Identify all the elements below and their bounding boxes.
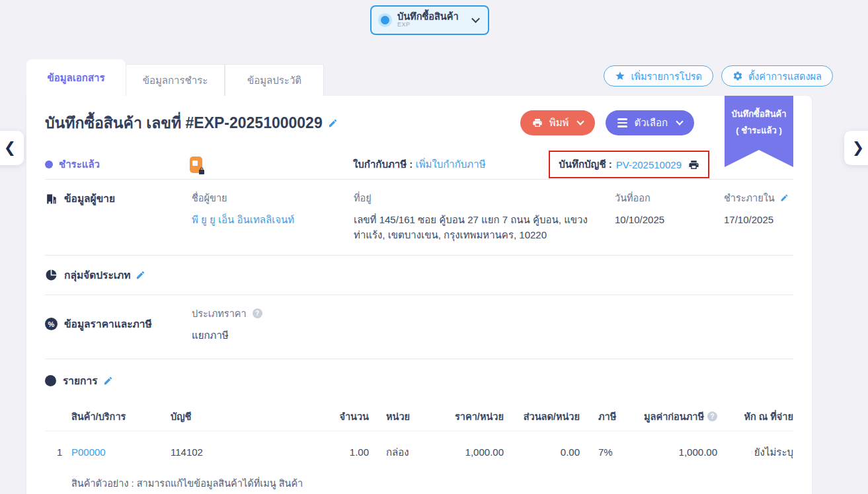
top-actions: เพิ่มรายการโปรด ตั้งค่าการแสดงผล — [604, 65, 833, 87]
tab-label: ข้อมูลประวัติ — [247, 73, 301, 88]
prev-document-button[interactable]: ❮ — [0, 131, 24, 165]
vendor-building-icon — [45, 192, 58, 205]
percent-icon: % — [45, 318, 58, 330]
vendor-section-title: ข้อมูลผู้ขาย — [45, 190, 192, 207]
status-dot-icon — [45, 160, 53, 168]
chevron-right-icon: ❯ — [852, 139, 864, 157]
item-product-link[interactable]: P00000 — [71, 446, 106, 458]
item-pretax: 1,000.00 — [626, 433, 717, 463]
next-document-button[interactable]: ❯ — [844, 131, 868, 165]
col-price: ราคา/หน่วย — [442, 402, 504, 431]
chevron-down-icon — [676, 118, 683, 125]
document-lock-icon[interactable] — [190, 157, 202, 173]
chevron-down-icon — [577, 118, 584, 125]
vendor-name-link[interactable]: พี ยู ยู เอ็น อินเทลลิเจนท์ — [192, 214, 294, 225]
add-favorite-button[interactable]: เพิ่มรายการโปรด — [604, 65, 713, 87]
items-table: สินค้า/บริการ บัญชี จำนวน หน่วย ราคา/หน่… — [45, 402, 793, 494]
col-product: สินค้า/บริการ — [71, 402, 171, 431]
edit-classification-pencil-icon[interactable] — [136, 270, 145, 280]
help-icon[interactable]: ? — [707, 411, 717, 421]
tabbar: ข้อมูลเอกสาร ข้อมูลการชำระ ข้อมูลประวัติ — [26, 59, 324, 96]
col-vat: ภาษี — [580, 402, 626, 431]
add-favorite-label: เพิ่มรายการโปรด — [631, 69, 701, 84]
options-label: ตัวเลือก — [634, 115, 668, 131]
item-description: สินค้าตัวอย่าง : สามารถแก้ไขข้อมูลสินค้า… — [71, 466, 316, 494]
print-label: พิมพ์ — [549, 115, 569, 131]
doc-type-status-dot-icon — [381, 16, 389, 24]
col-wht: หัก ณ ที่จ่าย — [717, 402, 793, 431]
payment-status-label: ชำระแล้ว — [59, 157, 100, 172]
col-discount: ส่วนลด/หน่วย — [504, 402, 580, 431]
display-settings-label: ตั้งค่าการแสดงผล — [748, 69, 822, 84]
issue-date-value: 10/10/2025 — [615, 212, 724, 227]
col-account: บัญชี — [171, 402, 303, 431]
item-price: 1,000.00 — [442, 433, 504, 463]
payment-status-badge: ชำระแล้ว — [45, 157, 190, 172]
edit-due-date-pencil-icon[interactable] — [780, 194, 789, 202]
due-date-value: 17/10/2025 — [724, 212, 793, 227]
item-index: 1 — [45, 433, 71, 463]
items-section-title: รายการ — [45, 372, 98, 389]
list-dot-icon — [45, 375, 56, 386]
address-value: เลขที่ 145/161 ซอย คู้บอน 27 แยก 7 ถนน ค… — [354, 212, 588, 243]
doc-type-dropdown[interactable]: บันทึกซื้อสินค้า EXP — [370, 5, 489, 35]
vendor-name-label: ชื่อผู้ขาย — [192, 190, 354, 205]
tab-label: ข้อมูลการชำระ — [143, 73, 208, 88]
page-title: บันทึกซื้อสินค้า เลขที่ #EXP-20251000029 — [45, 111, 323, 135]
edit-items-pencil-icon[interactable] — [103, 376, 113, 386]
item-wht: ยังไม่ระบุ — [717, 431, 793, 466]
item-row: 1 P00000 114102 1.00 กล่อง 1,000.00 0.00… — [45, 431, 793, 494]
chevron-down-icon — [471, 15, 480, 23]
tab-history-info[interactable]: ข้อมูลประวัติ — [225, 64, 324, 96]
star-icon — [615, 71, 625, 81]
item-qty: 1.00 — [303, 433, 369, 463]
help-icon[interactable]: ? — [253, 308, 262, 318]
edit-title-pencil-icon[interactable] — [328, 118, 338, 128]
gear-icon — [732, 71, 743, 81]
journal-entry-link[interactable]: PV-202510029 — [616, 159, 682, 170]
pricing-section-title: % ข้อมูลราคาและภาษี — [45, 306, 192, 343]
item-product: P00000 — [71, 433, 171, 463]
item-unit: กล่อง — [369, 431, 442, 466]
address-label: ที่อยู่ — [354, 190, 588, 205]
col-pretax: มูลค่าก่อนภาษี? — [626, 402, 717, 431]
add-tax-invoice-link[interactable]: เพิ่มใบกำกับภาษี — [416, 159, 486, 170]
ribbon-status: ( ชำระแล้ว ) — [725, 123, 793, 139]
tab-payment-info[interactable]: ข้อมูลการชำระ — [126, 64, 225, 96]
item-vat: 7% — [580, 433, 626, 463]
col-unit: หน่วย — [369, 402, 442, 431]
due-date-label: ชำระภายใน — [724, 190, 775, 205]
print-button[interactable]: พิมพ์ — [520, 110, 596, 135]
printer-icon — [532, 118, 543, 128]
price-type-label: ประเภทราคา — [192, 308, 247, 319]
chevron-left-icon: ❮ — [4, 139, 16, 157]
classification-section-title: กลุ่มจัดประเภท — [45, 267, 130, 283]
journal-entry-label: บันทึกบัญชี : — [559, 157, 612, 172]
price-type-value: แยกภาษี — [192, 328, 793, 343]
journal-entry-highlight-box: บันทึกบัญชี : PV-202510029 — [549, 151, 709, 178]
tab-label: ข้อมูลเอกสาร — [47, 70, 104, 86]
tax-invoice-label: ใบกำกับภาษี : — [353, 159, 413, 170]
doc-type-code: EXP — [397, 22, 473, 28]
item-account: 114102 — [171, 433, 303, 463]
lock-icon — [198, 167, 206, 175]
ribbon-doc-type: บันทึกซื้อสินค้า — [725, 106, 793, 123]
options-button[interactable]: ตัวเลือก — [606, 110, 694, 135]
tab-document-info[interactable]: ข้อมูลเอกสาร — [26, 59, 126, 96]
item-discount: 0.00 — [504, 433, 580, 463]
menu-icon — [617, 118, 627, 127]
doc-type-label: บันทึกซื้อสินค้า — [397, 12, 473, 22]
document-card: บันทึกซื้อสินค้า ( ชำระแล้ว ) บันทึกซื้อ… — [26, 96, 812, 494]
display-settings-button[interactable]: ตั้งค่าการแสดงผล — [721, 65, 833, 87]
printer-icon[interactable] — [688, 159, 699, 170]
pie-chart-icon — [45, 269, 58, 281]
col-qty: จำนวน — [303, 402, 369, 431]
issue-date-label: วันที่ออก — [615, 190, 724, 205]
